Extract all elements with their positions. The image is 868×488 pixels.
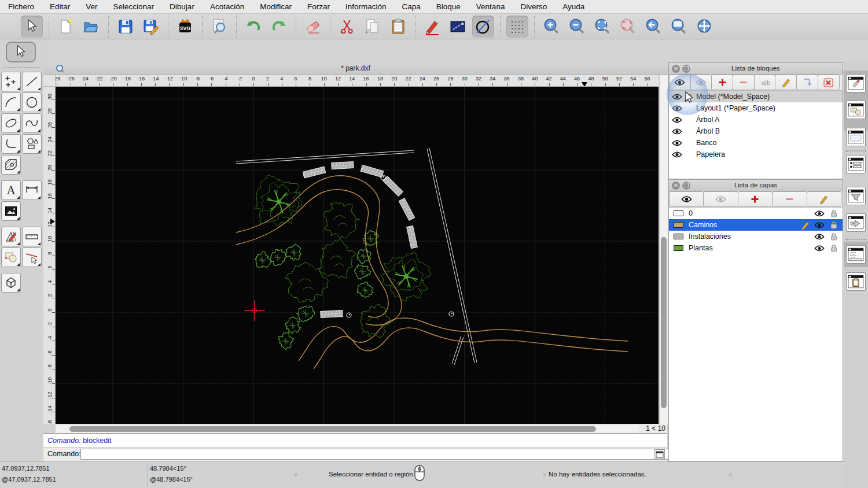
cut-button[interactable]: +: [336, 16, 358, 38]
block-row-layout1-paper-space-[interactable]: Layout1 (*Paper_Space): [669, 102, 843, 114]
menu-ver[interactable]: Ver: [86, 2, 97, 11]
view-widget-toggle[interactable]: [846, 128, 866, 146]
polyline-tool-button[interactable]: [1, 134, 21, 154]
block-visibility-icon[interactable]: [672, 105, 682, 112]
ellipse-tool-button[interactable]: [1, 113, 21, 133]
command-line-toggle[interactable]: [846, 245, 866, 264]
layer-lock-icon[interactable]: [829, 209, 839, 217]
trim-tool-button[interactable]: [22, 247, 42, 267]
grid-toggle-button[interactable]: [506, 16, 528, 38]
menu-diverso[interactable]: Diverso: [520, 2, 547, 11]
zoom-in-button[interactable]: [540, 16, 562, 38]
command-options-button[interactable]: [654, 449, 665, 459]
previous-view-button[interactable]: [642, 16, 664, 38]
hide-all-blocks-button[interactable]: [690, 75, 712, 90]
block-visibility-icon[interactable]: [672, 151, 682, 158]
block-row--rbol-a[interactable]: Árbol A: [669, 114, 843, 125]
menu-informacion[interactable]: Información: [345, 2, 387, 11]
drawing-canvas[interactable]: [56, 87, 659, 424]
purge-block-button[interactable]: [818, 75, 840, 90]
library-browser-toggle[interactable]: [846, 213, 866, 232]
selection-filter-toggle[interactable]: [846, 187, 866, 205]
paste-button[interactable]: [387, 16, 409, 38]
menu-ventana[interactable]: Ventana: [476, 2, 505, 11]
vertical-scrollbar[interactable]: [659, 75, 668, 424]
layer-visibility-icon[interactable]: [814, 221, 825, 229]
copy-button[interactable]: +: [362, 16, 384, 38]
block-row--rbol-b[interactable]: Árbol B: [669, 125, 843, 137]
remove-layer-button[interactable]: [772, 191, 807, 207]
layer-lock-icon[interactable]: [829, 232, 839, 241]
block-row-model-model-space-[interactable]: Model (*Model_Space): [669, 91, 843, 102]
add-block-button[interactable]: [711, 75, 733, 90]
menu-seleccionar[interactable]: Seleccionar: [113, 2, 155, 11]
spline-tool-button[interactable]: [22, 113, 42, 133]
add-layer-button[interactable]: [738, 191, 773, 207]
new-file-button[interactable]: [55, 16, 77, 38]
command-input[interactable]: [80, 449, 695, 460]
document-tab-bar[interactable]: * park.dxf: [43, 62, 668, 75]
layer-row-0[interactable]: 0: [669, 208, 843, 219]
select-tool-button[interactable]: [21, 16, 43, 38]
clipboard-toggle[interactable]: [846, 272, 866, 291]
layer-row-caminos[interactable]: Caminos: [669, 219, 843, 231]
edit-entity-button[interactable]: [421, 16, 443, 38]
point-tool-button[interactable]: [1, 72, 21, 91]
scale-reference-button[interactable]: [447, 16, 469, 38]
hide-all-layers-button[interactable]: [703, 191, 738, 207]
layer-row-instalaciones[interactable]: Instalaciones: [669, 231, 843, 242]
block-visibility-icon[interactable]: [672, 116, 682, 124]
block-row-banco[interactable]: Banco: [669, 137, 843, 149]
block-visibility-icon[interactable]: [672, 128, 682, 135]
menu-ayuda[interactable]: Ayuda: [562, 2, 584, 11]
zoom-selection-button[interactable]: [617, 16, 639, 38]
shapes-tool-button[interactable]: [22, 134, 42, 154]
box3d-tool-button[interactable]: [1, 273, 21, 293]
show-all-layers-button[interactable]: [669, 191, 704, 207]
layer-lock-icon[interactable]: [829, 221, 839, 229]
show-all-blocks-button[interactable]: [669, 75, 691, 90]
layer-list-toggle[interactable]: [846, 155, 866, 173]
selection-tool-button[interactable]: [6, 42, 36, 62]
block-visibility-icon[interactable]: [672, 93, 682, 101]
edit-block-button[interactable]: [775, 75, 797, 90]
layer-lock-icon[interactable]: [829, 244, 839, 252]
auto-zoom-button[interactable]: [591, 16, 613, 38]
undo-button[interactable]: [242, 16, 264, 38]
image-tool-button[interactable]: [1, 201, 21, 221]
block-visibility-icon[interactable]: [672, 139, 682, 147]
layer-visibility-icon[interactable]: [814, 233, 825, 241]
measure-tool-button[interactable]: [22, 227, 42, 246]
dimension-tool-button[interactable]: [22, 180, 42, 200]
layer-visibility-icon[interactable]: [814, 210, 825, 217]
draft-mode-button[interactable]: [472, 16, 494, 38]
line-tool-button[interactable]: [22, 72, 42, 91]
horizontal-scrollbar-thumb[interactable]: [69, 426, 596, 432]
edit-layer-button[interactable]: [807, 191, 841, 207]
arc-tool-button[interactable]: [1, 93, 21, 112]
save-as-button[interactable]: [140, 16, 162, 38]
overlap-tool-button[interactable]: [1, 247, 21, 267]
layer-row-plantas[interactable]: Plantas: [669, 242, 843, 254]
print-preview-button[interactable]: [208, 16, 230, 38]
modify-tool-button[interactable]: [1, 227, 21, 246]
menu-editar[interactable]: Editar: [50, 2, 70, 11]
text-tool-button[interactable]: A: [1, 180, 21, 200]
zoom-out-button[interactable]: [566, 16, 588, 38]
open-file-button[interactable]: [80, 16, 102, 38]
rename-block-button[interactable]: a|b: [754, 75, 776, 90]
block-list-toggle[interactable]: [846, 101, 866, 119]
insert-block-button[interactable]: [796, 75, 818, 90]
svg-export-button[interactable]: SVG: [174, 16, 196, 38]
circle-tool-button[interactable]: [22, 93, 42, 112]
menu-bloque[interactable]: Bloque: [436, 2, 461, 11]
menu-dibujar[interactable]: Dibujar: [170, 2, 194, 11]
horizontal-scrollbar[interactable]: [56, 424, 639, 433]
menu-modificar[interactable]: Modificar: [260, 2, 292, 11]
block-row-papelera[interactable]: Papelera: [669, 149, 843, 160]
menu-forzar[interactable]: Forzar: [307, 2, 330, 11]
menu-fichero[interactable]: Fichero: [8, 2, 34, 11]
remove-block-button[interactable]: [733, 75, 755, 90]
vertical-scrollbar-thumb[interactable]: [661, 237, 667, 408]
window-zoom-button[interactable]: [668, 16, 690, 38]
